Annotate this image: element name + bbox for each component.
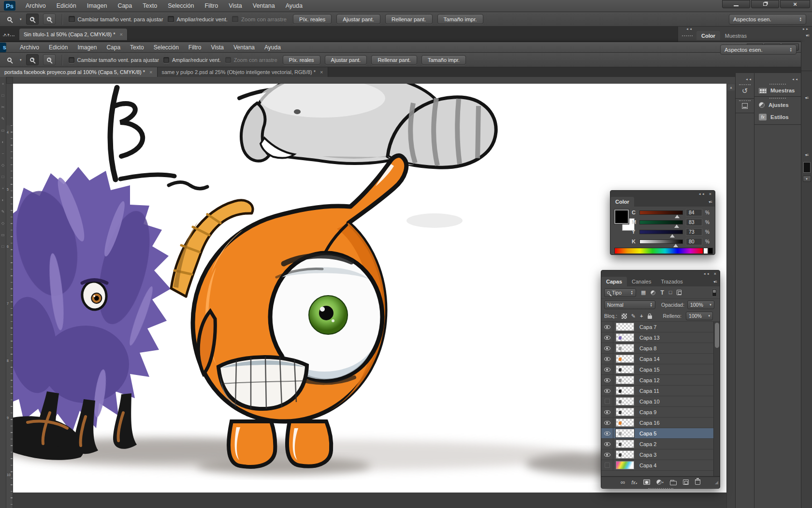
filter-type-dropdown[interactable]: Tipo ▲▼ (604, 288, 636, 297)
layer-name[interactable]: Capa 7 (639, 324, 656, 330)
color-tab[interactable]: Color (610, 197, 634, 207)
layer-visibility-toggle[interactable] (601, 439, 613, 449)
layer-visibility-toggle[interactable] (601, 460, 613, 470)
channel-value-input[interactable]: 80 (686, 238, 702, 245)
layer-row[interactable]: Capa 7 (601, 322, 713, 332)
layer-name[interactable]: Capa 8 (639, 345, 656, 351)
layer-row[interactable]: Capa 2 (601, 439, 713, 449)
channel-value-input[interactable]: 84 (686, 209, 702, 216)
menu-item[interactable]: Ayuda (280, 2, 308, 9)
layer-thumbnail[interactable] (616, 387, 634, 395)
tab-trazados[interactable]: Trazados (656, 277, 687, 286)
zoom-in-button[interactable]: + (26, 54, 39, 65)
menu-item[interactable]: Imagen (72, 44, 102, 51)
layer-thumbnail[interactable] (616, 355, 634, 363)
layer-thumbnail[interactable] (616, 440, 634, 448)
slider-thumb[interactable] (670, 234, 675, 238)
menu-item[interactable]: Selección (162, 2, 199, 9)
panel-menu-icon[interactable]: ▾≡ (805, 153, 809, 157)
menu-item[interactable]: Edición (51, 2, 82, 9)
menu-item[interactable]: Archivo (15, 44, 44, 51)
delete-layer-icon[interactable] (695, 479, 700, 485)
dock-item-ajustes[interactable]: Ajustes (754, 99, 801, 108)
lock-all-icon[interactable] (648, 315, 652, 319)
slider-thumb[interactable] (674, 224, 679, 228)
options-button[interactable]: Ajustar pant. (336, 14, 380, 24)
foreground-swatch[interactable] (803, 162, 811, 173)
panel-drag-handle[interactable] (648, 488, 673, 489)
panel-drag-grip[interactable] (682, 35, 693, 36)
vertical-ruler[interactable]: 4567891011 (6, 125, 13, 508)
new-group-icon[interactable] (670, 481, 677, 485)
layer-name[interactable]: Capa 2 (639, 441, 656, 447)
layer-row[interactable]: Capa 8 (601, 343, 713, 354)
zoom-tool-icon[interactable] (3, 54, 15, 65)
layer-visibility-toggle[interactable] (601, 449, 613, 460)
layer-thumbnail[interactable] (616, 418, 634, 427)
resize-windows-checkbox[interactable]: Cambiar tamaño vent. para ajustar (69, 57, 159, 63)
layer-visibility-toggle[interactable] (601, 364, 613, 374)
menu-item[interactable]: Selección (149, 44, 184, 51)
layer-row[interactable]: Capa 3 (601, 449, 713, 460)
layer-name[interactable]: Capa 9 (639, 409, 656, 415)
layer-row[interactable]: Capa 5 (601, 428, 713, 439)
layer-name[interactable]: Capa 11 (639, 388, 659, 394)
menu-item[interactable]: Capa (112, 2, 137, 9)
close-panel-icon[interactable]: × (709, 192, 711, 196)
layer-row[interactable]: Capa 16 (601, 418, 713, 428)
menu-item[interactable]: Ayuda (260, 44, 286, 51)
tool-preset-arrow[interactable]: ▾ (20, 58, 22, 62)
panel-menu-icon[interactable]: ▾≡ (806, 33, 809, 38)
filter-adjustment-layers-icon[interactable] (651, 290, 655, 295)
menu-item[interactable]: Archivo (20, 2, 51, 9)
layer-name[interactable]: Capa 3 (639, 452, 656, 458)
tab-close-icon[interactable]: × (320, 69, 323, 75)
slider-thumb[interactable] (675, 215, 680, 218)
layer-visibility-toggle[interactable] (601, 322, 613, 332)
ruler-origin-corner[interactable] (6, 77, 13, 84)
layer-row[interactable]: Capa 9 (601, 407, 713, 418)
history-panel-icon[interactable]: ↺ (742, 87, 748, 94)
add-mask-icon[interactable] (643, 479, 650, 485)
layer-name[interactable]: Capa 14 (639, 356, 660, 362)
zoom-in-button[interactable]: + (26, 14, 39, 25)
tool-preset-arrow[interactable]: ▾ (20, 17, 22, 21)
workspace-switcher[interactable]: Aspectos esen.▲▼ (720, 45, 797, 55)
color-slider-track[interactable] (639, 220, 683, 224)
slider-thumb[interactable] (673, 244, 678, 247)
menu-item[interactable]: Imagen (82, 2, 113, 9)
layer-name[interactable]: Capa 13 (639, 335, 660, 341)
history-panel-icon-group[interactable]: ↺ (736, 83, 754, 99)
dock-item-estilos[interactable]: fx Estilos (754, 108, 801, 120)
filter-shape-layers-icon[interactable]: □ (669, 290, 672, 295)
zoom-out-button[interactable]: − (43, 14, 56, 25)
tab-capas[interactable]: Capas (601, 277, 627, 286)
layer-list-scrollbar[interactable] (713, 322, 720, 476)
menu-item[interactable]: Vista (223, 2, 247, 9)
tab-canales[interactable]: Canales (627, 277, 656, 286)
tab-close-icon[interactable]: × (120, 31, 123, 37)
menu-item[interactable]: Texto (137, 2, 162, 9)
panel-resize-grip[interactable]: ◢ (715, 480, 718, 485)
link-layers-icon[interactable]: ∞ (621, 479, 625, 485)
color-spectrum-bar[interactable] (614, 248, 703, 254)
dropdown-button[interactable]: ▾ (803, 176, 811, 182)
layer-row[interactable]: Capa 4 (601, 460, 713, 471)
layer-thumbnail[interactable] (616, 333, 634, 342)
layer-thumbnail[interactable] (616, 344, 634, 352)
blend-mode-dropdown[interactable]: Normal▲▼ (604, 300, 655, 309)
layer-row[interactable]: Capa 10 (601, 396, 713, 407)
menu-item[interactable]: Vista (206, 44, 228, 51)
filter-type-layers-icon[interactable]: T (660, 290, 664, 296)
close-button[interactable]: × (780, 0, 810, 8)
lock-move-icon[interactable]: + (640, 314, 643, 319)
outer-color-panel-tab[interactable]: Color (696, 31, 720, 40)
options-button[interactable]: Píx. reales (293, 14, 332, 24)
layer-thumbnail[interactable] (616, 376, 634, 384)
layer-row[interactable]: Capa 15 (601, 364, 713, 375)
outer-muestras-panel-tab[interactable]: Muestras (720, 31, 752, 40)
expand-panels-icon[interactable]: ►► (802, 28, 809, 30)
layer-thumbnail[interactable] (616, 429, 634, 437)
layer-thumbnail[interactable] (616, 397, 634, 405)
layer-visibility-toggle[interactable] (601, 396, 613, 406)
